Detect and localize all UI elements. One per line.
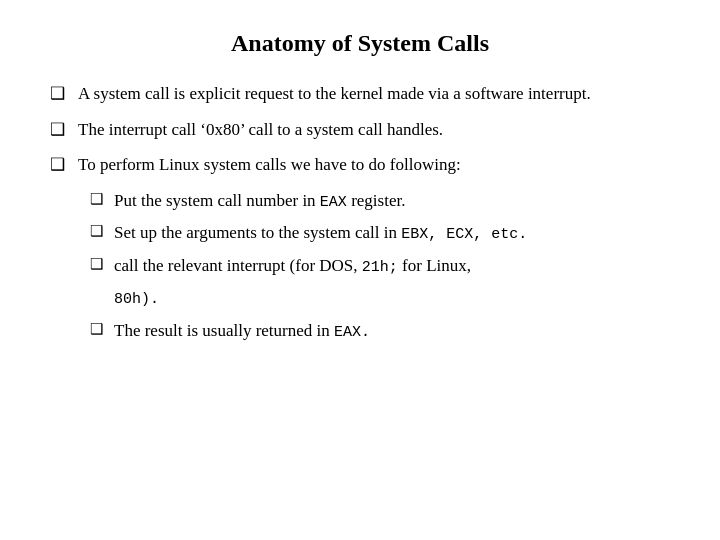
sub-bullet-text: Put the system call number in EAX regist… xyxy=(114,188,670,215)
sub-bullet-icon: ❑ xyxy=(90,188,114,211)
list-item: ❑ A system call is explicit request to t… xyxy=(50,81,670,107)
list-item: ❑ call the relevant interrupt (for DOS, … xyxy=(90,253,670,280)
bullet-icon: ❑ xyxy=(50,152,78,178)
sub-bullet-icon: ❑ xyxy=(90,318,114,341)
list-item: ❑ To perform Linux system calls we have … xyxy=(50,152,670,178)
bullet-icon: ❑ xyxy=(50,81,78,107)
list-item: ❑ Put the system call number in EAX regi… xyxy=(90,188,670,215)
bullet-icon: ❑ xyxy=(50,117,78,143)
list-item: ❑ The interrupt call ‘0x80’ call to a sy… xyxy=(50,117,670,143)
sub-bullet-text: The result is usually returned in EAX. xyxy=(114,318,670,345)
sub-bullet-continuation: 80h). xyxy=(114,285,670,312)
sub-bullet-text: call the relevant interrupt (for DOS, 21… xyxy=(114,253,670,280)
sub-bullet-icon: ❑ xyxy=(90,220,114,243)
sub-bullet-text: Set up the arguments to the system call … xyxy=(114,220,670,247)
bullet-text: A system call is explicit request to the… xyxy=(78,81,670,107)
list-item: ❑ Set up the arguments to the system cal… xyxy=(90,220,670,247)
code-text: EBX, ECX, etc. xyxy=(401,226,527,243)
content-area: ❑ A system call is explicit request to t… xyxy=(50,81,670,350)
code-text: 21h; xyxy=(362,259,398,276)
bullet-text: To perform Linux system calls we have to… xyxy=(78,152,670,178)
code-text: EAX. xyxy=(334,324,370,341)
bullet-text: The interrupt call ‘0x80’ call to a syst… xyxy=(78,117,670,143)
page-title: Anatomy of System Calls xyxy=(231,30,489,57)
list-item: ❑ The result is usually returned in EAX. xyxy=(90,318,670,345)
sub-bullet-icon: ❑ xyxy=(90,253,114,276)
code-text: EAX xyxy=(320,194,347,211)
sub-bullets-container: ❑ Put the system call number in EAX regi… xyxy=(50,188,670,345)
code-text: 80h). xyxy=(114,291,159,308)
